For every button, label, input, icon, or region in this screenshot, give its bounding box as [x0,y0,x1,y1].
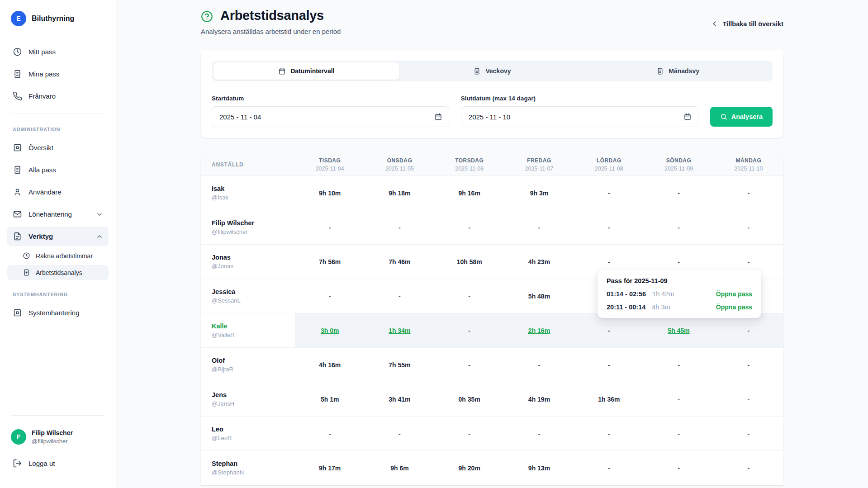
date-label: 2025-11-08 [574,166,644,172]
employee-handle: @StephanN [212,469,295,476]
chevron-up-icon [96,233,103,240]
clock-icon [23,252,30,260]
back-to-overview-link[interactable]: Tillbaka till översikt [711,20,783,28]
table-row[interactable]: Isak @Isak 9h 10m9h 18m9h 16m9h 3m--- [201,176,783,210]
column-header-day: SÖNDAG2025-11-09 [644,157,713,172]
day-cell: - [644,382,713,416]
column-header-employee: ANSTÄLLD [201,161,295,168]
day-cell[interactable]: 5h 45m [644,313,713,347]
day-cell: 0h 35m [435,382,504,416]
table-row[interactable]: Stephan @StephanN 9h 17m9h 6m9h 20m9h 13… [201,451,783,485]
sidebar-item-franvaro[interactable]: Frånvaro [7,86,109,106]
table-header-row: ANSTÄLLD TISDAG2025-11-04ONSDAG2025-11-0… [201,153,783,176]
day-cell: - [714,176,783,210]
sidebar-item-lonehantering[interactable]: Lönehantering [7,204,109,224]
table-row[interactable]: Olof @BijtaR 4h 16m7h 55m----- [201,348,783,382]
analyze-button[interactable]: Analysera [710,107,773,127]
employee-handle: @filipwilscher [212,228,295,235]
tab-label: Månadsvy [669,67,699,75]
sidebar: E Biluthyrning Mitt pass Mina pass Frånv… [0,0,116,488]
day-cell: - [435,417,504,450]
date-label: 2025-11-09 [644,166,713,172]
table-row[interactable]: Filip Wilscher @filipwilscher ------- [201,210,783,245]
start-date-label: Startdatum [212,95,449,102]
table-row[interactable]: Kalle @ValleR 3h 0m1h 34m-2h 16m-5h 45m- [201,313,783,348]
overview-icon [13,143,22,152]
day-cell[interactable]: 1h 34m [365,313,434,347]
day-cell: - [714,313,783,347]
employee-name: Stephan [212,460,295,467]
sidebar-item-systemhantering[interactable]: Systemhantering [7,303,109,322]
employee-handle: @SessanL [212,297,295,304]
tab-label: Datumintervall [290,67,334,75]
brand: E Biluthyrning [7,11,109,26]
employee-name: Kalle [212,322,295,330]
user-handle: @filipwilscher [32,438,73,445]
employee-handle: @JensH [212,400,295,407]
analyze-button-label: Analysera [731,113,763,120]
search-icon [720,113,727,120]
open-shift-link[interactable]: 3h 0m [321,327,339,334]
day-cell: 9h 17m [295,451,365,485]
day-cell: 4h 23m [504,245,574,279]
back-link-label: Tillbaka till översikt [723,20,783,28]
employee-cell: Jens @JensH [201,382,295,416]
open-shift-link[interactable]: Öppna pass [716,303,752,311]
start-date-input[interactable]: 2025 - 11 - 04 [212,106,449,127]
sidebar-item-mina-pass[interactable]: Mina pass [7,64,109,84]
sidebar-item-mitt-pass[interactable]: Mitt pass [7,42,109,62]
open-shift-link[interactable]: 2h 16m [528,327,550,334]
day-cell: 9h 18m [365,176,434,210]
sidebar-subitem-arbetstidsanalys[interactable]: Arbetstidsanalys [7,265,109,280]
day-cell: 4h 19m [504,382,574,416]
day-cell: 9h 13m [504,451,574,485]
table-row[interactable]: Leo @LeoR ------- [201,417,783,451]
day-cell: 9h 6m [365,451,434,485]
logout-label: Logga ut [28,460,55,467]
help-circle-icon[interactable] [201,10,213,23]
sidebar-item-alla-pass[interactable]: Alla pass [7,160,109,180]
open-shift-link[interactable]: 1h 34m [389,327,410,334]
employee-cell: Stephan @StephanN [201,451,295,485]
popover-shift-list: 01:14 - 02:56 1h 42m Öppna pass 20:11 - … [607,290,752,311]
day-cell[interactable]: 3h 0m [295,313,365,347]
tab-veckovy[interactable]: Veckovy [399,62,585,80]
page-header: Arbetstidsanalys Analysera anställdas ar… [201,8,783,35]
sidebar-item-label: Frånvaro [28,92,56,100]
clock-icon [13,47,22,57]
open-shift-link[interactable]: 5h 45m [668,327,689,334]
weekday-label: TISDAG [295,157,365,164]
sidebar-subitem-rakna-arbetstimmar[interactable]: Räkna arbetstimmar [7,248,109,263]
calendar-icon[interactable] [434,113,442,121]
user-name: Filip Wilscher [32,429,73,436]
day-cell: - [644,348,713,382]
day-cell: - [644,451,713,485]
day-cell[interactable]: 2h 16m [504,313,574,347]
page-title: Arbetstidsanalys [220,8,324,23]
sidebar-item-verktyg[interactable]: Verktyg [7,227,109,246]
day-cell: - [714,382,783,416]
logout-button[interactable]: Logga ut [7,454,109,473]
date-label: 2025-11-10 [714,166,783,172]
sidebar-divider [11,114,105,114]
day-cell: - [365,279,434,313]
day-cell: - [504,348,574,382]
open-shift-link[interactable]: Öppna pass [716,290,752,298]
employee-cell: Jessica @SessanL [201,279,295,313]
end-date-input[interactable]: 2025 - 11 - 10 [461,106,698,127]
sidebar-item-label: Alla pass [28,166,56,174]
day-cell: 9h 20m [435,451,504,485]
day-cell: 4h 16m [295,348,365,382]
sidebar-subitem-label: Arbetstidsanalys [36,269,82,276]
sidebar-item-oversikt[interactable]: Översikt [7,138,109,157]
sidebar-item-anvandare[interactable]: Användare [7,182,109,202]
column-header-day: MÅNDAG2025-11-10 [714,157,783,172]
tab-datumintervall[interactable]: Datumintervall [213,62,399,80]
table-row[interactable]: Jens @JensH 5h 1m3h 41m0h 35m4h 19m1h 36… [201,382,783,417]
calendar-icon[interactable] [683,113,692,121]
end-date-value: 2025 - 11 - 10 [469,113,510,121]
tab-manadsvy[interactable]: Månadsvy [585,62,771,80]
day-cell: - [435,348,504,382]
employee-cell: Isak @Isak [201,176,295,210]
weekday-label: TORSDAG [435,157,504,164]
